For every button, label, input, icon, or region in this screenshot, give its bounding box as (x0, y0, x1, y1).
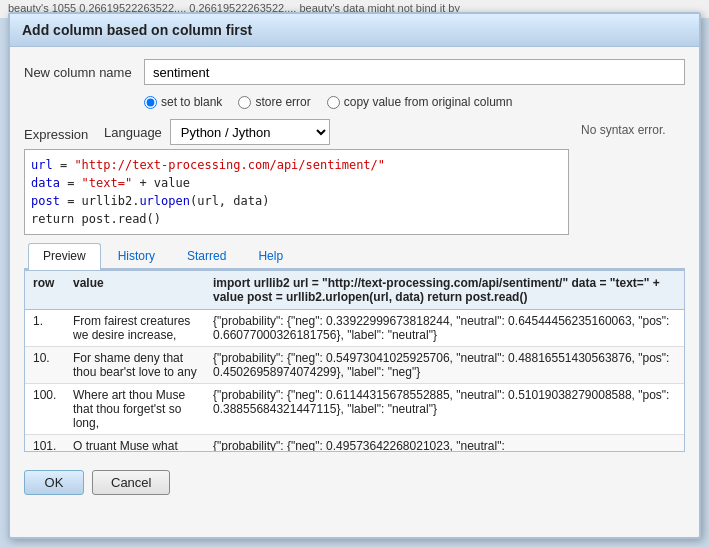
tab-starred[interactable]: Starred (172, 243, 241, 268)
dialog-title: Add column based on column first (10, 14, 699, 47)
tab-history[interactable]: History (103, 243, 170, 268)
new-column-label: New column name (24, 65, 144, 80)
tabs-bar: Preview History Starred Help (24, 243, 685, 270)
dialog-body: New column name set to blank store error… (10, 47, 699, 462)
code-editor[interactable]: url = "http://text-processing.com/api/se… (24, 149, 569, 235)
cell-row: 10. (25, 347, 65, 384)
syntax-error-msg: No syntax error. (575, 119, 685, 141)
preview-table-container[interactable]: row value import urllib2 url = "http://t… (24, 270, 685, 452)
cancel-button[interactable]: Cancel (92, 470, 170, 495)
new-column-row: New column name (24, 59, 685, 85)
table-row: 101. O truant Muse what {"probability": … (25, 435, 684, 453)
table-row: 100. Where art thou Muse that thou forge… (25, 384, 684, 435)
cell-row: 1. (25, 310, 65, 347)
preview-table: row value import urllib2 url = "http://t… (25, 271, 684, 452)
col-header-result: import urllib2 url = "http://text-proces… (205, 271, 684, 310)
cell-row: 101. (25, 435, 65, 453)
table-row: 1. From fairest creatures we desire incr… (25, 310, 684, 347)
cell-value: From fairest creatures we desire increas… (65, 310, 205, 347)
cell-result: {"probability": {"neg": 0.54973041025925… (205, 347, 684, 384)
table-row: 10. For shame deny that thou bear'st lov… (25, 347, 684, 384)
tab-preview[interactable]: Preview (28, 243, 101, 270)
cell-value: Where art thou Muse that thou forget'st … (65, 384, 205, 435)
radio-copy-value[interactable]: copy value from original column (327, 95, 513, 109)
expression-label: Expression (24, 123, 104, 142)
col-header-value: value (65, 271, 205, 310)
radio-set-blank[interactable]: set to blank (144, 95, 222, 109)
cell-result: {"probability": {"neg": 0.33922999673818… (205, 310, 684, 347)
ok-button[interactable]: OK (24, 470, 84, 495)
cell-row: 100. (25, 384, 65, 435)
language-label: Language (104, 125, 162, 140)
cell-result: {"probability": {"neg": 0.49573642268021… (205, 435, 684, 453)
radio-store-error[interactable]: store error (238, 95, 310, 109)
cell-value: O truant Muse what (65, 435, 205, 453)
preview-table-body: 1. From fairest creatures we desire incr… (25, 310, 684, 453)
cell-result: {"probability": {"neg": 0.61144315678552… (205, 384, 684, 435)
radio-options-row: set to blank store error copy value from… (144, 95, 685, 109)
cell-value: For shame deny that thou bear'st love to… (65, 347, 205, 384)
new-column-input[interactable] (144, 59, 685, 85)
dialog-footer: OK Cancel (10, 462, 699, 503)
tab-help[interactable]: Help (243, 243, 298, 268)
language-select[interactable]: Python / Jython Clojure (170, 119, 330, 145)
dialog: Add column based on column first New col… (8, 12, 701, 539)
table-header-row: row value import urllib2 url = "http://t… (25, 271, 684, 310)
col-header-row: row (25, 271, 65, 310)
